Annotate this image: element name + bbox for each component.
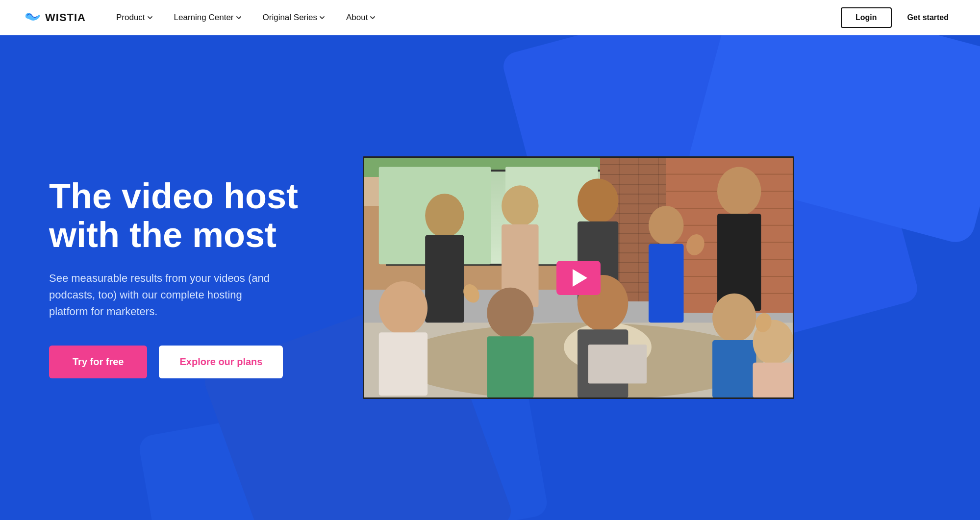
chevron-down-icon [148, 16, 152, 19]
svg-point-16 [502, 185, 538, 226]
nav-item-original-series[interactable]: Original Series [252, 0, 336, 35]
logo-text: WISTIA [45, 11, 86, 24]
svg-rect-23 [379, 332, 427, 396]
svg-rect-25 [487, 336, 533, 397]
get-started-button[interactable]: Get started [900, 8, 956, 27]
hero-section: The video host with the most See measura… [0, 35, 980, 520]
hero-left-panel: The video host with the most See measura… [49, 177, 324, 379]
nav-right: Login Get started [841, 7, 956, 28]
nav-links: Product Learning Center Original Series … [105, 0, 841, 35]
play-triangle-icon [573, 269, 587, 287]
play-button[interactable] [556, 261, 601, 295]
svg-rect-28 [588, 345, 647, 383]
svg-rect-15 [425, 235, 464, 323]
explore-plans-button[interactable]: Explore our plans [159, 346, 283, 378]
svg-rect-30 [712, 340, 756, 397]
svg-rect-32 [753, 363, 793, 397]
svg-point-20 [717, 167, 761, 216]
svg-point-24 [487, 288, 533, 338]
nav-item-product[interactable]: Product [105, 0, 163, 35]
svg-rect-34 [649, 244, 684, 322]
svg-point-14 [425, 194, 464, 237]
svg-point-18 [578, 178, 618, 223]
navigation: WISTIA Product Learning Center Original … [0, 0, 980, 35]
video-container[interactable] [363, 156, 794, 399]
nav-item-learning-center[interactable]: Learning Center [163, 0, 252, 35]
svg-point-33 [649, 206, 684, 245]
logo[interactable]: WISTIA [24, 11, 86, 25]
svg-point-29 [712, 294, 756, 342]
try-for-free-button[interactable]: Try for free [49, 346, 147, 378]
chevron-down-icon [320, 16, 325, 19]
hero-buttons: Try for free Explore our plans [49, 346, 324, 378]
hero-content: The video host with the most See measura… [0, 117, 980, 438]
hero-subtitle: See measurable results from your videos … [49, 270, 275, 320]
hero-title: The video host with the most [49, 177, 324, 254]
chevron-down-icon [370, 16, 375, 19]
svg-point-22 [379, 281, 427, 335]
hero-right-panel [363, 156, 941, 399]
chevron-down-icon [236, 16, 241, 19]
login-button[interactable]: Login [841, 7, 892, 28]
nav-item-about[interactable]: About [335, 0, 386, 35]
